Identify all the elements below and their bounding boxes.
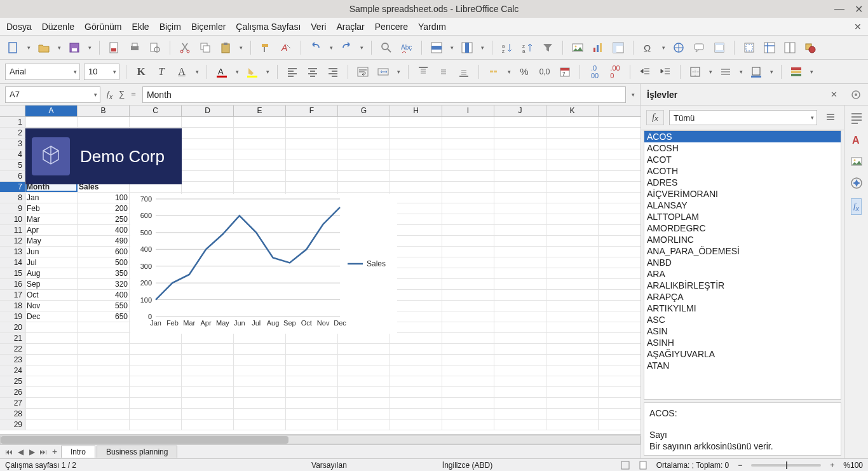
- cell[interactable]: [546, 301, 599, 311]
- row-header[interactable]: 20: [0, 322, 25, 332]
- col-header-F[interactable]: F: [286, 106, 338, 116]
- cell[interactable]: [390, 117, 442, 127]
- insert-image-icon[interactable]: [569, 39, 586, 56]
- row-header[interactable]: 15: [0, 268, 25, 278]
- cell[interactable]: [390, 387, 442, 397]
- sort-desc-icon[interactable]: za: [519, 39, 536, 56]
- row-header[interactable]: 19: [0, 311, 25, 322]
- function-list-item[interactable]: ACOTH: [644, 165, 841, 177]
- cell[interactable]: [442, 355, 494, 365]
- font-color-dropdown[interactable]: ▾: [234, 69, 240, 75]
- cell[interactable]: [494, 149, 546, 160]
- function-list-item[interactable]: ADRES: [644, 177, 841, 188]
- row-header[interactable]: 17: [0, 290, 25, 300]
- close-icon[interactable]: ✕: [855, 3, 863, 15]
- cell[interactable]: [25, 117, 78, 127]
- cell[interactable]: [338, 117, 390, 127]
- cell[interactable]: [286, 149, 338, 160]
- sheet-tab-intro[interactable]: Intro: [61, 446, 95, 458]
- menu-sheet[interactable]: Çalışma Sayfası: [236, 22, 301, 32]
- cell[interactable]: [390, 344, 442, 354]
- cell[interactable]: [390, 268, 442, 278]
- function-list[interactable]: ACOSACOSHACOTACOTHADRESAİÇVERİMORANIALAN…: [644, 130, 841, 400]
- headers-footers-icon[interactable]: [711, 39, 728, 56]
- cell[interactable]: [546, 149, 599, 160]
- cell[interactable]: [390, 398, 442, 408]
- cell[interactable]: 650: [78, 311, 130, 322]
- cell[interactable]: [130, 387, 182, 397]
- minimize-icon[interactable]: —: [834, 3, 844, 15]
- font-name-input[interactable]: Arial▾: [5, 64, 80, 80]
- cell[interactable]: [442, 117, 494, 127]
- italic-icon[interactable]: T: [153, 64, 170, 80]
- cell[interactable]: [182, 398, 234, 408]
- cell[interactable]: [234, 398, 286, 408]
- tab-next-icon[interactable]: ▶: [27, 447, 37, 456]
- cell[interactable]: [338, 139, 390, 149]
- status-selection-mode[interactable]: [621, 461, 630, 470]
- cell[interactable]: [130, 355, 182, 365]
- cell[interactable]: [130, 117, 182, 127]
- cell[interactable]: [494, 344, 546, 354]
- cell[interactable]: 100: [78, 193, 130, 203]
- cell[interactable]: [494, 268, 546, 278]
- function-category-select[interactable]: Tümü▾: [669, 110, 817, 125]
- open-icon[interactable]: [36, 39, 52, 56]
- function-list-icon[interactable]: [822, 109, 839, 126]
- sidebar-settings-icon[interactable]: [850, 89, 862, 100]
- cell[interactable]: [390, 182, 442, 192]
- cell[interactable]: [494, 203, 546, 214]
- add-decimal-icon[interactable]: .000: [587, 64, 603, 80]
- status-signature[interactable]: [639, 461, 648, 470]
- function-list-item[interactable]: ALANSAY: [644, 200, 841, 211]
- cell[interactable]: [442, 311, 494, 322]
- cell[interactable]: [546, 355, 599, 365]
- cell[interactable]: [78, 376, 130, 386]
- cell[interactable]: [182, 420, 234, 430]
- cell[interactable]: [546, 247, 599, 257]
- function-list-item[interactable]: ACOSH: [644, 142, 841, 154]
- cell[interactable]: [234, 355, 286, 365]
- define-print-area-icon[interactable]: [741, 39, 757, 56]
- cell[interactable]: 250: [78, 214, 130, 224]
- menu-data[interactable]: Veri: [311, 22, 326, 32]
- cell[interactable]: [234, 171, 286, 181]
- cell[interactable]: [494, 117, 546, 127]
- function-list-item[interactable]: AİÇVERİMORANI: [644, 188, 841, 200]
- menu-format[interactable]: Biçim: [159, 22, 181, 32]
- cell[interactable]: [338, 149, 390, 160]
- cell[interactable]: 500: [78, 257, 130, 268]
- row-header[interactable]: 8: [0, 193, 25, 203]
- function-list-item[interactable]: ARALIKBİRLEŞTİR: [644, 280, 841, 291]
- undo-icon[interactable]: [308, 39, 324, 56]
- border-style-icon[interactable]: [717, 64, 734, 80]
- navigator-panel-icon[interactable]: [850, 177, 863, 189]
- cell[interactable]: [286, 365, 338, 376]
- align-top-icon[interactable]: [415, 64, 431, 80]
- cell[interactable]: [390, 301, 442, 311]
- cell[interactable]: [25, 387, 78, 397]
- row-header[interactable]: 4: [0, 149, 25, 160]
- insert-pivot-icon[interactable]: [610, 39, 627, 56]
- cell[interactable]: [338, 333, 390, 343]
- zoom-in-icon[interactable]: +: [830, 461, 834, 470]
- col-header-G[interactable]: G: [338, 106, 390, 116]
- styles-panel-icon[interactable]: A: [850, 133, 863, 146]
- spellcheck-icon[interactable]: Abç: [398, 39, 415, 56]
- cell[interactable]: [390, 355, 442, 365]
- cell[interactable]: [234, 387, 286, 397]
- cell[interactable]: [442, 257, 494, 268]
- cell[interactable]: [234, 182, 286, 192]
- cell[interactable]: [546, 160, 599, 170]
- status-language[interactable]: İngilizce (ABD): [442, 461, 492, 470]
- cell[interactable]: [442, 365, 494, 376]
- cell[interactable]: [182, 365, 234, 376]
- cell[interactable]: [25, 344, 78, 354]
- cell[interactable]: [442, 420, 494, 430]
- function-list-item[interactable]: ACOS: [644, 131, 841, 142]
- number-format-icon[interactable]: 0,0: [536, 64, 553, 80]
- insert-chart-icon[interactable]: [590, 39, 606, 56]
- borders-icon[interactable]: [687, 64, 703, 80]
- row-header[interactable]: 9: [0, 203, 25, 214]
- font-size-input[interactable]: 10▾: [84, 64, 119, 80]
